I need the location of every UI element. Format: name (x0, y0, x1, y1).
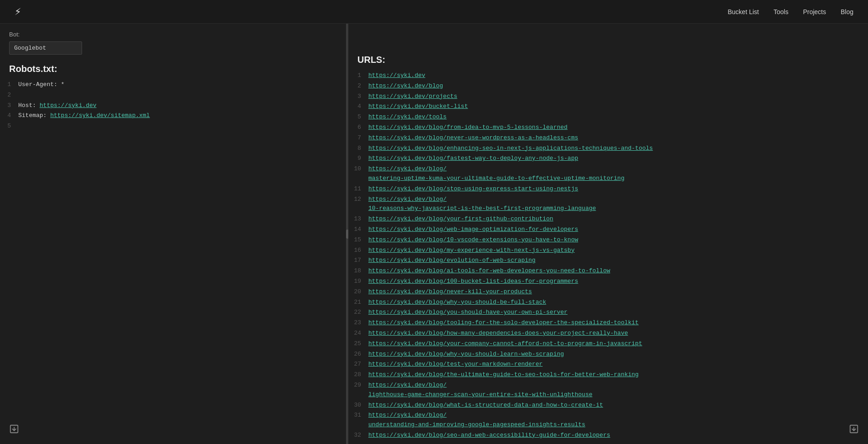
urls-title: URLS: (348, 51, 868, 71)
bot-label: Bot: (0, 24, 346, 40)
right-panel: URLS: 1https://syki.dev2https://syki.dev… (348, 24, 868, 444)
url-line: 21https://syki.dev/blog/why-you-should-b… (348, 297, 868, 308)
url-value[interactable]: https://syki.dev/blog/enhancing-seo-in-n… (368, 144, 653, 153)
url-number: 14 (348, 225, 368, 235)
url-line: 24https://syki.dev/blog/how-many-depende… (348, 328, 868, 339)
url-value[interactable]: https://syki.dev/blog/ understanding-and… (368, 411, 585, 430)
url-value[interactable]: https://syki.dev/blog/the-ultimate-guide… (368, 370, 639, 380)
url-line: 9https://syki.dev/blog/fastest-way-to-de… (348, 153, 868, 164)
robots-line: 3Host: https://syki.dev (0, 101, 346, 111)
robots-link[interactable]: https://syki.dev (40, 102, 97, 109)
url-value[interactable]: https://syki.dev/blog/my-experience-with… (368, 246, 574, 255)
url-value[interactable]: https://syki.dev/blog/stop-using-express… (368, 184, 578, 194)
url-value[interactable]: https://syki.dev/projects (368, 92, 457, 102)
url-value[interactable]: https://syki.dev/blog/what-is-structured… (368, 401, 603, 410)
url-number: 32 (348, 431, 368, 440)
url-value[interactable]: https://syki.dev/blog/seo-and-web-access… (368, 431, 610, 440)
url-number: 11 (348, 184, 368, 194)
main-container: Bot: Robots.txt: 1User-Agent: *23Host: h… (0, 24, 868, 444)
url-value[interactable]: https://syki.dev/blog/evolution-of-web-s… (368, 256, 536, 265)
logo: ⚡ (15, 5, 21, 18)
url-line: 22https://syki.dev/blog/you-should-have-… (348, 307, 868, 318)
url-number: 19 (348, 277, 368, 286)
nav-projects[interactable]: Projects (803, 8, 826, 15)
url-line: 23https://syki.dev/blog/tooling-for-the-… (348, 318, 868, 328)
robots-link[interactable]: https://syki.dev/sitemap.xml (50, 112, 150, 119)
url-value[interactable]: https://syki.dev/blog/web-image-optimiza… (368, 225, 578, 235)
url-number: 2 (348, 82, 368, 91)
url-line: 26https://syki.dev/blog/why-you-should-l… (348, 349, 868, 360)
url-value[interactable]: https://syki.dev/blog/never-use-wordpres… (368, 133, 578, 143)
url-value[interactable]: https://syki.dev/blog/your-first-github-… (368, 214, 553, 224)
url-value[interactable]: https://syki.dev/blog/100-bucket-list-id… (368, 277, 578, 286)
url-line: 11https://syki.dev/blog/stop-using-expre… (348, 184, 868, 194)
url-value[interactable]: https://syki.dev/blog/why-you-should-lea… (368, 350, 564, 359)
url-number: 5 (348, 112, 368, 122)
url-number: 17 (348, 256, 368, 265)
url-value[interactable]: https://syki.dev (368, 71, 425, 81)
url-number: 16 (348, 246, 368, 255)
download-left-button[interactable] (9, 424, 19, 437)
url-number: 15 (348, 235, 368, 245)
url-value[interactable]: https://syki.dev/blog/test-your-markdown… (368, 360, 542, 369)
url-line: 14https://syki.dev/blog/web-image-optimi… (348, 225, 868, 235)
line-number: 4 (0, 111, 18, 121)
url-value[interactable]: https://syki.dev/blog/why-you-should-be-… (368, 298, 546, 307)
url-line: 18https://syki.dev/blog/ai-tools-for-web… (348, 266, 868, 276)
url-line: 20https://syki.dev/blog/never-kill-your-… (348, 287, 868, 297)
url-line: 32https://syki.dev/blog/seo-and-web-acce… (348, 430, 868, 441)
url-value[interactable]: https://syki.dev/blog/how-many-dependenc… (368, 329, 628, 338)
url-value[interactable]: https://syki.dev/blog/never-kill-your-pr… (368, 287, 532, 297)
url-number: 21 (348, 298, 368, 307)
url-value[interactable]: https://syki.dev/blog/ lighthouse-game-c… (368, 381, 592, 400)
url-value[interactable]: https://syki.dev/bucket-list (368, 102, 468, 112)
url-value[interactable]: https://syki.dev/blog/ mastering-uptime-… (368, 164, 625, 184)
url-value[interactable]: https://syki.dev/blog/you-should-have-yo… (368, 308, 568, 317)
url-number: 31 (348, 411, 368, 420)
url-value[interactable]: https://syki.dev/blog/ 10-reasons-why-ja… (368, 195, 596, 214)
url-line: 5https://syki.dev/tools (348, 112, 868, 122)
urls-list: 1https://syki.dev2https://syki.dev/blog3… (348, 71, 868, 444)
url-value[interactable]: https://syki.dev/blog/fastest-way-to-dep… (368, 154, 578, 163)
url-number: 22 (348, 308, 368, 317)
url-line: 28https://syki.dev/blog/the-ultimate-gui… (348, 370, 868, 380)
url-value[interactable]: https://syki.dev/tools (368, 112, 447, 122)
robots-title: Robots.txt: (0, 60, 346, 80)
url-value[interactable]: https://syki.dev/blog/ai-tools-for-web-d… (368, 266, 610, 276)
url-number: 3 (348, 92, 368, 102)
url-value[interactable]: https://syki.dev/blog/tooling-for-the-so… (368, 318, 639, 328)
header: ⚡ Bucket List Tools Projects Blog (0, 0, 868, 24)
url-line: 31https://syki.dev/blog/ understanding-a… (348, 410, 868, 430)
url-value[interactable]: https://syki.dev/blog/your-company-canno… (368, 339, 642, 349)
robots-line: 1User-Agent: * (0, 80, 346, 90)
url-line: 15https://syki.dev/blog/10-vscode-extens… (348, 235, 868, 245)
nav-bucket-list[interactable]: Bucket List (728, 8, 759, 15)
url-number: 30 (348, 401, 368, 410)
url-line: 8https://syki.dev/blog/enhancing-seo-in-… (348, 143, 868, 154)
robots-line: 4Sitemap: https://syki.dev/sitemap.xml (0, 111, 346, 121)
url-number: 13 (348, 214, 368, 224)
url-number: 9 (348, 154, 368, 163)
url-number: 25 (348, 339, 368, 349)
line-content: Host: https://syki.dev (18, 101, 97, 111)
url-number: 24 (348, 329, 368, 338)
url-line: 17https://syki.dev/blog/evolution-of-web… (348, 255, 868, 266)
url-number: 18 (348, 266, 368, 276)
url-number: 1 (348, 71, 368, 81)
url-value[interactable]: https://syki.dev/blog/from-idea-to-mvp-5… (368, 123, 568, 133)
download-right-button[interactable] (849, 424, 859, 437)
url-line: 7https://syki.dev/blog/never-use-wordpre… (348, 133, 868, 143)
url-value[interactable]: https://syki.dev/blog (368, 82, 443, 91)
url-value[interactable]: https://syki.dev/blog/10-vscode-extensio… (368, 235, 578, 245)
nav-blog[interactable]: Blog (841, 8, 853, 15)
url-line: 25https://syki.dev/blog/your-company-can… (348, 339, 868, 349)
url-number: 7 (348, 133, 368, 143)
url-number: 29 (348, 381, 368, 390)
robots-content: 1User-Agent: *23Host: https://syki.dev4S… (0, 80, 346, 444)
line-number: 1 (0, 80, 18, 90)
url-line: 27https://syki.dev/blog/test-your-markdo… (348, 359, 868, 370)
url-line: 30https://syki.dev/blog/what-is-structur… (348, 400, 868, 411)
left-panel: Bot: Robots.txt: 1User-Agent: *23Host: h… (0, 24, 346, 444)
bot-input[interactable] (9, 41, 82, 55)
nav-tools[interactable]: Tools (774, 8, 789, 15)
